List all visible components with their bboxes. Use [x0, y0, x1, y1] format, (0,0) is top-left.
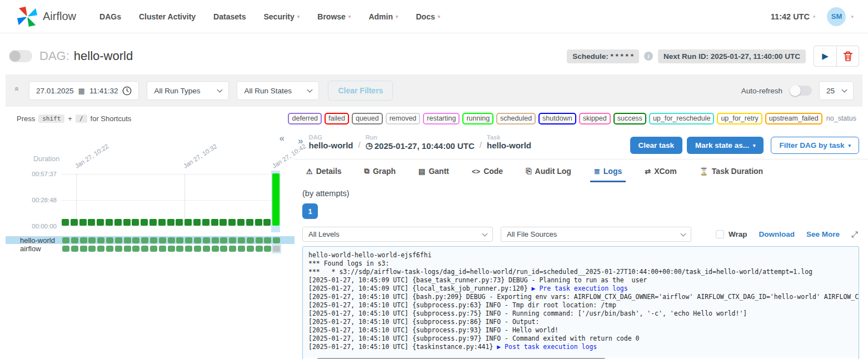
task-instance-cell-success[interactable]: [247, 246, 254, 252]
dag-run-bar[interactable]: [228, 219, 236, 226]
task-instance-cell-success[interactable]: [212, 237, 219, 243]
task-instance-cell-success[interactable]: [220, 246, 227, 252]
task-instance-cell-success[interactable]: [88, 246, 96, 252]
tab-details[interactable]: ⚠Details: [302, 159, 346, 182]
dag-run-bar[interactable]: [263, 219, 271, 226]
dag-run-bar[interactable]: [88, 219, 95, 226]
dag-run-bar[interactable]: [255, 219, 262, 226]
task-row-airflow[interactable]: airflow: [6, 245, 295, 252]
task-instance-cell-success[interactable]: [229, 246, 236, 252]
log-group-link[interactable]: ▶ Pre task execution logs: [532, 285, 628, 292]
dag-run-bar[interactable]: [246, 219, 253, 226]
date-time-input[interactable]: 27.01.2025 ▦ 11:41:32: [29, 81, 139, 100]
nav-item-docs[interactable]: Docs▾: [416, 12, 440, 21]
dag-run-bar[interactable]: [62, 219, 69, 226]
task-instance-cell-success[interactable]: [203, 237, 210, 243]
task-instance-cell-success[interactable]: [141, 237, 148, 243]
download-link[interactable]: Download: [759, 230, 795, 238]
task-instance-cell-success[interactable]: [264, 237, 271, 243]
dag-run-bar[interactable]: [149, 219, 157, 226]
breadcrumb-task[interactable]: Task hello-world: [487, 134, 531, 151]
clear-task-button[interactable]: Clear task: [630, 137, 683, 154]
task-instance-cell-success[interactable]: [168, 246, 175, 252]
dag-run-bar[interactable]: [193, 219, 201, 226]
task-instance-cell-success[interactable]: [247, 237, 254, 243]
task-instance-cell-success[interactable]: [132, 237, 139, 243]
auto-refresh-toggle[interactable]: [790, 86, 812, 96]
dag-pause-toggle[interactable]: [9, 50, 32, 62]
task-instance-cell-success[interactable]: [62, 246, 69, 252]
dag-run-bar[interactable]: [97, 219, 104, 226]
task-instance-cell-success[interactable]: [220, 237, 227, 243]
task-instance-cell-success[interactable]: [273, 237, 280, 243]
dag-run-bar[interactable]: [79, 219, 87, 226]
trigger-dag-button[interactable]: ▶: [814, 46, 836, 66]
tab-graph[interactable]: ⧉Graph: [361, 159, 400, 182]
nav-item-browse[interactable]: Browse▾: [317, 12, 351, 21]
task-instance-cell-success[interactable]: [97, 246, 104, 252]
clear-filters-button[interactable]: Clear Filters: [328, 81, 393, 101]
tab-logs[interactable]: ≣Logs: [590, 159, 626, 182]
nav-item-datasets[interactable]: Datasets: [213, 12, 246, 21]
task-instance-cell-success[interactable]: [176, 237, 183, 243]
see-more-link[interactable]: See More: [806, 230, 840, 238]
task-instance-cell-success[interactable]: [106, 246, 113, 252]
task-instance-cell-success[interactable]: [132, 246, 139, 252]
task-instance-cell-success[interactable]: [238, 246, 245, 252]
filter-dag-by-task-button[interactable]: Filter DAG by task▾: [771, 137, 859, 154]
task-row-hello-world[interactable]: hello-world: [6, 236, 295, 244]
task-instance-cell-success[interactable]: [106, 237, 113, 243]
task-instance-cell-success[interactable]: [141, 246, 148, 252]
task-instance-cell-success[interactable]: [124, 237, 131, 243]
task-instance-cell-success[interactable]: [256, 246, 263, 252]
delete-dag-button[interactable]: [836, 46, 859, 66]
dag-run-bar[interactable]: [220, 219, 227, 226]
task-instance-cell-success[interactable]: [159, 246, 166, 252]
avatar[interactable]: SM: [827, 7, 846, 26]
task-instance-cell-success[interactable]: [256, 237, 263, 243]
fullscreen-icon[interactable]: ⤢: [851, 230, 858, 240]
task-instance-cell-success[interactable]: [97, 237, 104, 243]
breadcrumb-run[interactable]: Run ◷2025-01-27, 10:44:00 UTC: [366, 134, 475, 151]
nav-item-admin[interactable]: Admin▾: [368, 12, 398, 21]
dag-run-bar[interactable]: [202, 219, 209, 226]
task-instance-cell-success[interactable]: [168, 237, 175, 243]
collapse-grid-icon[interactable]: «: [280, 133, 285, 144]
task-instance-cell-success[interactable]: [194, 246, 201, 252]
dag-run-bar[interactable]: [123, 219, 131, 226]
mark-state-button[interactable]: Mark state as...▾: [687, 137, 764, 154]
airflow-brand[interactable]: Airflow: [17, 6, 76, 27]
dag-run-bar[interactable]: [211, 219, 218, 226]
task-instance-cell-success[interactable]: [203, 246, 210, 252]
nav-item-cluster-activity[interactable]: Cluster Activity: [139, 12, 196, 21]
dag-run-bar[interactable]: [158, 219, 166, 226]
run-states-select[interactable]: All Run States: [237, 81, 319, 100]
dag-run-bar[interactable]: [176, 219, 183, 226]
collapse-filters-icon[interactable]: «: [13, 87, 22, 94]
task-instance-cell-none[interactable]: [273, 246, 280, 252]
tab-xcom[interactable]: ⇄XCom: [641, 159, 680, 182]
task-instance-cell-success[interactable]: [62, 237, 69, 243]
dag-run-bar[interactable]: [237, 219, 245, 226]
nav-item-dags[interactable]: DAGs: [99, 12, 121, 21]
task-instance-cell-success[interactable]: [159, 237, 166, 243]
dag-run-bar[interactable]: [114, 219, 122, 226]
task-instance-cell-success[interactable]: [115, 237, 122, 243]
nav-item-security[interactable]: Security▾: [263, 12, 300, 21]
dag-run-bar[interactable]: [167, 219, 174, 226]
task-instance-cell-success[interactable]: [194, 237, 201, 243]
task-instance-cell-success[interactable]: [150, 237, 157, 243]
log-levels-select[interactable]: All Levels: [302, 227, 493, 242]
task-instance-cell-success[interactable]: [71, 237, 78, 243]
run-types-select[interactable]: All Run Types: [147, 81, 229, 100]
timezone-selector[interactable]: 11:42 UTC ▾: [771, 12, 816, 21]
tab-gantt[interactable]: ▤Gantt: [415, 159, 453, 182]
dag-run-bar[interactable]: [106, 219, 113, 226]
dag-run-bar[interactable]: [132, 219, 139, 226]
task-instance-cell-success[interactable]: [185, 246, 192, 252]
tab-code[interactable]: <>Code: [468, 159, 507, 182]
log-group-link[interactable]: ▶ Post task execution logs: [497, 343, 597, 351]
tab-audit-log[interactable]: ⎘Audit Log: [522, 159, 575, 182]
task-instance-cell-success[interactable]: [80, 246, 87, 252]
task-instance-cell-success[interactable]: [150, 246, 157, 252]
